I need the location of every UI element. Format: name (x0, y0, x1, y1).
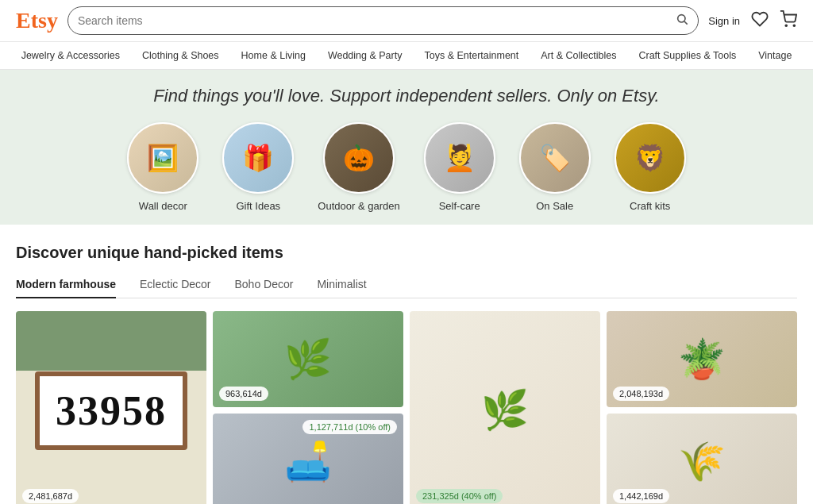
favorites-icon[interactable] (751, 10, 769, 32)
category-label: Gift Ideas (236, 200, 280, 212)
search-button[interactable] (676, 13, 688, 29)
category-label: Self-care (439, 200, 480, 212)
category-emoji: 🏷️ (521, 124, 589, 192)
price-badge: 2,481,687d (22, 489, 79, 503)
tab-eclectic-decor[interactable]: Eclectic Decor (140, 271, 210, 298)
header-actions: Sign in (708, 10, 797, 32)
category-item[interactable]: 🏷️On Sale (519, 122, 591, 225)
tab-boho-decor[interactable]: Boho Decor (234, 271, 293, 298)
price-badge: 963,614d (219, 387, 268, 401)
category-emoji: 🎁 (224, 124, 292, 192)
category-circles: 🖼️Wall decor🎁Gift Ideas🎃Outdoor & garden… (16, 122, 797, 225)
hero-section: Find things you'll love. Support indepen… (0, 70, 813, 225)
category-emoji: 🎃 (325, 124, 393, 192)
product-grid: 339582,481,687d🌿963,614d🌿231,325d (40% o… (16, 311, 797, 504)
category-label: Craft kits (630, 200, 670, 212)
cart-icon[interactable] (780, 10, 797, 32)
nav-item[interactable]: Art & Collectibles (530, 47, 627, 64)
product-card-kitchen-tools[interactable]: 🪴2,048,193d (607, 311, 797, 407)
category-circle-image: 🎃 (323, 122, 395, 194)
svg-point-3 (793, 25, 795, 26)
tab-minimalist[interactable]: Minimalist (317, 271, 366, 298)
nav-item[interactable]: Home & Living (230, 47, 317, 64)
nav-item[interactable]: Jewelry & Accessories (10, 47, 131, 64)
category-emoji: 💆 (426, 124, 494, 192)
category-circle-image: 🦁 (615, 122, 686, 194)
category-circle-image: 🖼️ (127, 122, 198, 194)
category-item[interactable]: 🎃Outdoor & garden (318, 122, 399, 225)
nav-item[interactable]: Clothing & Shoes (131, 47, 230, 64)
nav-item[interactable]: Vintage (747, 47, 803, 64)
header: Etsy Sign in (0, 0, 813, 42)
sign-number: 33958 (56, 387, 167, 434)
hero-tagline: Find things you'll love. Support indepen… (16, 86, 797, 106)
product-card-address-sign[interactable]: 339582,481,687d (16, 311, 206, 504)
category-emoji: 🦁 (616, 124, 684, 192)
product-card-grass-art[interactable]: 🌾1,442,169d (607, 414, 797, 504)
category-emoji: 🖼️ (129, 124, 197, 192)
search-input[interactable] (78, 14, 669, 27)
category-item[interactable]: 💆Self-care (424, 122, 495, 225)
category-item[interactable]: 🎁Gift Ideas (222, 122, 294, 225)
sign-card-image: 33958 (16, 311, 206, 504)
category-label: Wall decor (139, 200, 187, 212)
category-circle-image: 🎁 (222, 122, 294, 194)
nav-item[interactable]: Craft Supplies & Tools (627, 47, 747, 64)
product-image-botanical-print: 🌿 (410, 311, 600, 504)
svg-line-1 (684, 21, 688, 25)
price-badge: 2,048,193d (613, 387, 669, 401)
sign-in-link[interactable]: Sign in (708, 15, 740, 27)
svg-point-0 (678, 15, 685, 22)
price-badge: 231,325d (40% off) (416, 489, 503, 503)
etsy-logo[interactable]: Etsy (16, 8, 58, 33)
svg-point-2 (785, 25, 787, 26)
search-bar (67, 6, 699, 35)
category-item[interactable]: 🦁Craft kits (615, 122, 686, 225)
nav-item[interactable]: Wedding & Party (317, 47, 414, 64)
category-circle-image: 🏷️ (519, 122, 591, 194)
nav-item[interactable]: Toys & Entertainment (413, 47, 530, 64)
discover-title: Discover unique hand-picked items (16, 244, 797, 262)
price-badge: 1,442,169d (613, 489, 669, 503)
category-label: Outdoor & garden (318, 200, 399, 212)
product-card-plaid-pillow[interactable]: 🛋️1,127,711d (10% off) (213, 414, 403, 504)
category-item[interactable]: 🖼️Wall decor (127, 122, 198, 225)
category-circle-image: 💆 (424, 122, 495, 194)
tab-modern-farmhouse[interactable]: Modern farmhouse (16, 271, 116, 298)
price-badge: 1,127,711d (10% off) (302, 420, 397, 434)
category-label: On Sale (536, 200, 573, 212)
tabs: Modern farmhouseEclectic DecorBoho Decor… (16, 271, 797, 298)
product-card-wreath[interactable]: 🌿963,614d (213, 311, 403, 407)
product-card-botanical-print[interactable]: 🌿231,325d (40% off) (410, 311, 600, 504)
discover-section: Discover unique hand-picked items Modern… (0, 225, 813, 504)
main-nav: Jewelry & AccessoriesClothing & ShoesHom… (0, 42, 813, 70)
